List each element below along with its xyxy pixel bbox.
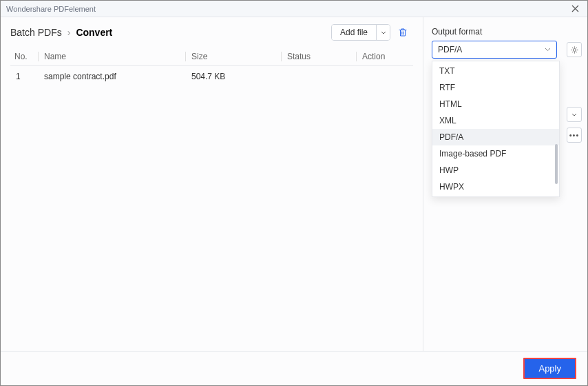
table-header: No. Name Size Status Action — [10, 48, 413, 66]
output-format-value: PDF/A — [438, 45, 462, 54]
ellipsis-icon: ••• — [569, 131, 580, 139]
add-file-group: Add file — [331, 24, 390, 41]
app-title: Wondershare PDFelement — [6, 5, 96, 13]
footer: Apply — [1, 351, 587, 385]
delete-button[interactable] — [395, 24, 411, 41]
dropdown-item-image-pdf[interactable]: Image-based PDF — [432, 145, 559, 162]
dropdown-item-txt[interactable]: TXT — [432, 63, 559, 79]
more-options-button[interactable]: ••• — [567, 128, 582, 143]
add-file-button[interactable]: Add file — [332, 25, 376, 40]
cell-size: 504.7 KB — [191, 72, 281, 81]
chevron-down-icon — [545, 48, 551, 52]
dropdown-scrollbar[interactable] — [555, 144, 558, 184]
settings-button[interactable] — [567, 42, 582, 57]
left-panel: Batch PDFs › Convert No. Name Size Statu… — [1, 17, 423, 351]
dropdown-item-rtf[interactable]: RTF — [432, 79, 559, 96]
trash-icon — [398, 28, 408, 37]
col-header-size: Size — [191, 52, 281, 61]
secondary-dropdown-button[interactable] — [567, 107, 582, 122]
toolbar: Add file — [331, 24, 411, 41]
col-header-action: Action — [362, 52, 413, 61]
col-header-status: Status — [287, 52, 356, 61]
output-format-select[interactable]: PDF/A — [432, 41, 557, 59]
table-row[interactable]: 1 sample contract.pdf 504.7 KB — [10, 66, 413, 87]
cell-name: sample contract.pdf — [44, 72, 185, 81]
gear-icon — [570, 45, 579, 54]
cell-action — [362, 72, 413, 81]
dropdown-item-hwp[interactable]: HWP — [432, 162, 559, 179]
dropdown-item-html[interactable]: HTML — [432, 96, 559, 112]
cell-no: 1 — [10, 72, 38, 81]
close-icon[interactable] — [569, 5, 582, 12]
svg-point-0 — [573, 48, 576, 51]
dropdown-item-pdfa[interactable]: PDF/A — [432, 129, 559, 145]
col-header-name: Name — [44, 52, 185, 61]
apply-button[interactable]: Apply — [523, 358, 576, 379]
cell-status — [287, 72, 356, 81]
breadcrumb-current: Convert — [76, 27, 112, 38]
breadcrumb-root[interactable]: Batch PDFs — [10, 27, 62, 38]
add-file-dropdown-button[interactable] — [376, 25, 390, 40]
chevron-down-icon — [381, 31, 386, 34]
chevron-down-icon — [571, 113, 577, 116]
dropdown-item-xml[interactable]: XML — [432, 112, 559, 129]
dropdown-item-hwpx[interactable]: HWPX — [432, 179, 559, 195]
output-format-label: Output format — [432, 27, 579, 37]
output-format-dropdown: TXT RTF HTML XML PDF/A Image-based PDF H… — [432, 61, 560, 197]
right-panel: Output format PDF/A TXT RTF HTML XML PDF… — [423, 17, 587, 351]
chevron-right-icon: › — [67, 27, 71, 38]
col-header-no: No. — [10, 52, 38, 61]
titlebar: Wondershare PDFelement — [1, 1, 587, 17]
